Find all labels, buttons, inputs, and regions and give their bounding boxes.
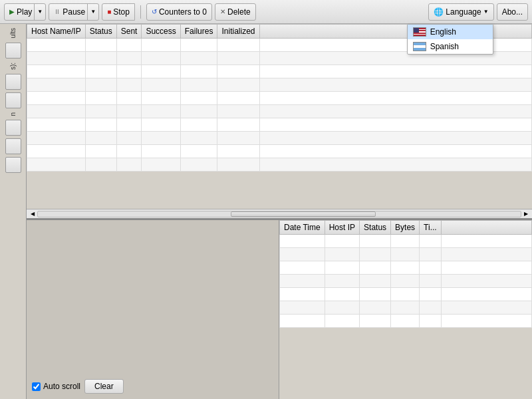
language-option-spanish[interactable]: Spanish xyxy=(408,39,493,54)
language-label: Language xyxy=(446,7,481,17)
pause-group: ⏸ Pause ▼ xyxy=(49,3,99,21)
bottom-table: Date Time Host IP Status Bytes Ti... xyxy=(279,220,532,328)
autoscroll-checkbox[interactable] xyxy=(32,382,41,391)
bottom-left-panel: Auto scroll Clear xyxy=(27,220,279,399)
about-label: Abo... xyxy=(502,7,523,17)
table-row xyxy=(280,248,532,261)
play-icon: ▶ xyxy=(9,8,15,15)
scrollbar-thumb[interactable] xyxy=(231,211,376,217)
bottom-right-panel: Date Time Host IP Status Bytes Ti... xyxy=(279,220,532,399)
counters-button[interactable]: ↺ Counters to 0 xyxy=(146,3,212,21)
play-arrow-button[interactable]: ▼ xyxy=(34,3,46,21)
table-row xyxy=(280,315,532,328)
language-option-spanish-label: Spanish xyxy=(430,42,459,51)
top-scrollbar[interactable]: ◀ ▶ xyxy=(27,209,532,218)
col-initialized: Initialized xyxy=(217,25,259,39)
play-chevron-icon: ▼ xyxy=(37,9,43,15)
col-datetime: Date Time xyxy=(280,221,325,235)
table-row xyxy=(27,158,532,172)
sidebar-btn-5[interactable] xyxy=(5,138,21,154)
table-row xyxy=(27,145,532,158)
table-row xyxy=(280,301,532,315)
delete-button[interactable]: ✕ Delete xyxy=(215,3,256,21)
separator-1 xyxy=(140,5,141,19)
col-status: Status xyxy=(85,25,116,39)
autoscroll-checkbox-label[interactable]: Auto scroll xyxy=(32,382,80,391)
play-button[interactable]: ▶ Play xyxy=(4,3,37,21)
pause-arrow-button[interactable]: ▼ xyxy=(87,3,99,21)
language-chevron-icon: ▼ xyxy=(483,9,489,15)
sidebar-btn-6[interactable] xyxy=(5,157,21,173)
language-option-english[interactable]: English xyxy=(408,25,493,39)
scrollbar-track[interactable] xyxy=(37,211,521,217)
pause-icon: ⏸ xyxy=(54,8,61,15)
clear-button[interactable]: Clear xyxy=(84,379,124,394)
table-row xyxy=(27,132,532,145)
pause-label: Pause xyxy=(63,7,85,17)
language-option-english-label: English xyxy=(430,27,456,37)
table-row xyxy=(27,118,532,132)
stop-button[interactable]: ■ Stop xyxy=(102,3,135,21)
stop-group: ■ Stop xyxy=(102,3,135,21)
sidebar-btn-1[interactable] xyxy=(5,43,21,59)
col-bytes: Bytes xyxy=(391,221,420,235)
language-button[interactable]: 🌐 Language ▼ English Spanish xyxy=(428,3,493,21)
clear-label: Clear xyxy=(94,382,114,391)
autoscroll-label: Auto scroll xyxy=(43,382,80,391)
flag-ar-icon xyxy=(413,42,426,51)
autoscroll-row: Auto scroll Clear xyxy=(32,379,273,394)
play-group: ▶ Play ▼ xyxy=(4,3,46,21)
col-failures: Failures xyxy=(180,25,217,39)
scroll-left-arrow[interactable]: ◀ xyxy=(28,209,37,219)
col-sent: Sent xyxy=(116,25,142,39)
play-label: Play xyxy=(17,7,32,17)
bottom-table-header-row: Date Time Host IP Status Bytes Ti... xyxy=(280,221,532,235)
col-hostname: Host Name/IP xyxy=(27,25,86,39)
col-success: Success xyxy=(142,25,180,39)
pause-chevron-icon: ▼ xyxy=(90,9,96,15)
col-hostip: Host IP xyxy=(325,221,359,235)
sidebar-btn-4[interactable] xyxy=(5,120,21,136)
col-status2: Status xyxy=(360,221,391,235)
stop-icon: ■ xyxy=(107,8,111,15)
sidebar-btn-3[interactable] xyxy=(5,92,21,108)
delete-icon: ✕ xyxy=(220,8,225,15)
bottom-section: Auto scroll Clear Date Time Host IP xyxy=(27,220,532,399)
language-dropdown: English Spanish xyxy=(407,24,493,55)
flag-us-icon xyxy=(413,27,426,37)
sidebar-label-3: n xyxy=(8,111,18,118)
globe-icon: 🌐 xyxy=(434,7,444,17)
about-button[interactable]: Abo... xyxy=(497,3,528,21)
table-row xyxy=(27,78,532,92)
table-row xyxy=(280,235,532,248)
sidebar: ults s): n xyxy=(0,24,27,399)
table-row xyxy=(280,288,532,301)
counter-icon: ↺ xyxy=(152,8,157,15)
scroll-right-arrow[interactable]: ▶ xyxy=(521,209,531,219)
sidebar-label-2: s): xyxy=(8,61,18,71)
content-area: Host Name/IP Status Sent Success Failure… xyxy=(27,24,532,399)
pause-button[interactable]: ⏸ Pause xyxy=(49,3,90,21)
main-layout: ults s): n Host Name/IP Status Sent Succ… xyxy=(0,24,532,399)
table-row xyxy=(27,92,532,105)
delete-label: Delete xyxy=(227,7,251,17)
table-row xyxy=(27,105,532,118)
counters-label: Counters to 0 xyxy=(159,7,207,17)
table-row xyxy=(280,275,532,288)
bottom-table-scroll[interactable]: Date Time Host IP Status Bytes Ti... xyxy=(279,220,532,399)
sidebar-btn-2[interactable] xyxy=(5,74,21,90)
toolbar: ▶ Play ▼ ⏸ Pause ▼ ■ Stop ↺ Counters to … xyxy=(0,0,532,24)
col-extra2 xyxy=(441,221,531,235)
col-time: Ti... xyxy=(420,221,442,235)
sidebar-label-1: ults xyxy=(8,27,18,40)
stop-label: Stop xyxy=(113,7,130,17)
table-row xyxy=(280,261,532,275)
table-row xyxy=(27,65,532,78)
